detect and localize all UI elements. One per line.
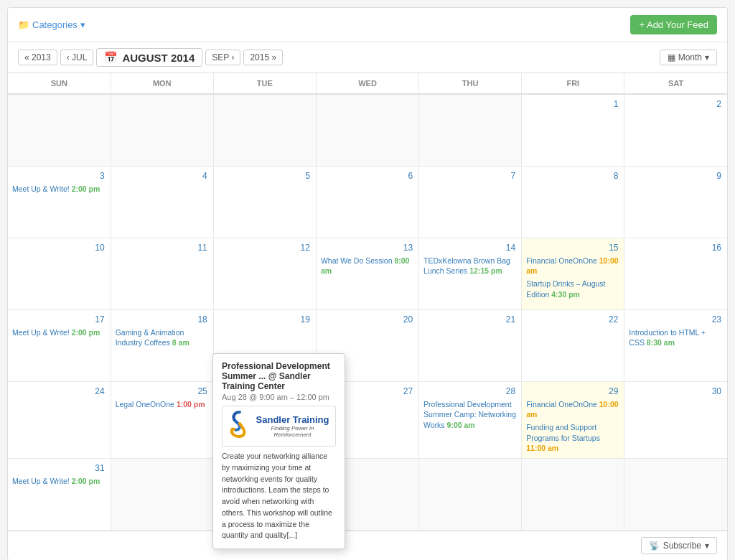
calendar-cell[interactable]: 16 <box>624 238 727 309</box>
event-title: Funding and Support Programs for Startup… <box>526 423 600 442</box>
subscribe-bar: 📡 Subscribe ▾ <box>8 531 727 560</box>
day-number: 24 <box>11 385 108 398</box>
day-header-sun: SUN <box>8 73 111 94</box>
categories-label: Categories <box>32 19 78 30</box>
day-header-wed: WED <box>316 73 418 94</box>
day-number: 15 <box>525 241 621 254</box>
categories-button[interactable]: 📁 Categories ▾ <box>18 19 85 30</box>
calendar-cell[interactable] <box>213 94 316 166</box>
calendar-cell[interactable]: 10 <box>8 238 111 309</box>
sandler-logo-icon <box>228 411 251 442</box>
calendar-event[interactable]: What We Do Session 8:00 am <box>319 255 416 277</box>
calendar-event[interactable]: Funding and Support Programs for Startup… <box>525 421 621 454</box>
day-number: 20 <box>319 313 416 326</box>
popup-date: Aug 28 @ 9:00 am – 12:00 pm <box>222 393 336 401</box>
calendar-cell[interactable]: 31Meet Up & Write! 2:00 pm <box>8 458 111 530</box>
calendar-cell[interactable]: 21 <box>419 309 522 381</box>
day-header-tue: TUE <box>213 73 316 94</box>
calendar-event[interactable]: Gaming & Animation Industry Coffees 8 am <box>114 327 210 349</box>
calendar-cell[interactable] <box>8 94 111 166</box>
event-title: Meet Up & Write! <box>12 185 72 193</box>
calendar-cell[interactable]: 18Gaming & Animation Industry Coffees 8 … <box>111 309 213 381</box>
day-number: 8 <box>525 169 621 182</box>
calendar-event[interactable]: Meet Up & Write! 2:00 pm <box>11 183 108 195</box>
month-view-button[interactable]: ▦ Month ▾ <box>660 50 717 65</box>
calendar-cell[interactable]: 28Professional Development Summer Camp: … <box>419 381 522 458</box>
calendar-cell[interactable]: 4 <box>111 166 213 238</box>
calendar-event[interactable]: Meet Up & Write! 2:00 pm <box>11 475 108 487</box>
calendar-cell[interactable]: 12 <box>213 238 316 309</box>
calendar-cell[interactable]: 25Legal OneOnOne 1:00 pm <box>111 381 213 458</box>
calendar-cell[interactable]: 11 <box>111 238 213 309</box>
day-number: 28 <box>422 385 518 398</box>
prev-year-button[interactable]: « 2013 <box>18 50 57 65</box>
calendar-cell[interactable] <box>419 458 522 530</box>
prev-month-button[interactable]: ‹ JUL <box>60 50 94 65</box>
view-label: Month <box>678 52 702 62</box>
calendar-cell[interactable] <box>419 94 522 166</box>
calendar-cell[interactable]: 7 <box>419 166 522 238</box>
calendar-cell[interactable]: 8 <box>522 166 624 238</box>
day-number: 10 <box>11 241 108 254</box>
subscribe-button[interactable]: 📡 Subscribe ▾ <box>641 537 717 554</box>
calendar-cell[interactable]: 1 <box>522 94 624 166</box>
day-number: 23 <box>627 313 724 326</box>
calendar-event[interactable]: Meet Up & Write! 2:00 pm <box>11 327 108 339</box>
current-month-display: 📅 AUGUST 2014 <box>96 48 202 67</box>
month-year-label: AUGUST 2014 <box>122 52 195 64</box>
calendar-cell[interactable] <box>522 458 624 530</box>
calendar-cell[interactable]: 29Financial OneOnOne 10:00 amFunding and… <box>522 381 624 458</box>
calendar-event[interactable]: Financial OneOnOne 10:00 am <box>525 255 621 277</box>
chevron-down-icon: ▾ <box>80 19 85 30</box>
calendar-event[interactable]: Professional Development Summer Camp: Ne… <box>422 398 518 431</box>
calendar-cell[interactable]: 2 <box>624 94 727 166</box>
calendar-cell[interactable]: 13What We Do Session 8:00 am <box>316 238 418 309</box>
popup-logo-name: Sandler Training <box>256 414 329 426</box>
day-number: 4 <box>114 169 210 182</box>
day-number: 5 <box>217 169 313 182</box>
next-month-button[interactable]: SEP › <box>205 50 240 65</box>
calendar-cell[interactable] <box>111 94 213 166</box>
calendar-cell[interactable]: 24 <box>8 381 111 458</box>
event-time: 2:00 pm <box>72 328 100 337</box>
day-number: 3 <box>11 169 108 182</box>
event-popup[interactable]: Professional Development Summer ... @ Sa… <box>212 353 345 549</box>
add-feed-button[interactable]: + Add Your Feed <box>630 15 717 34</box>
calendar-cell[interactable]: 3Meet Up & Write! 2:00 pm <box>8 166 111 238</box>
calendar-cell[interactable]: 6 <box>316 166 418 238</box>
calendar-cell[interactable] <box>316 94 418 166</box>
calendar-event[interactable]: Legal OneOnOne 1:00 pm <box>114 398 210 411</box>
calendar-cell[interactable]: 15Financial OneOnOne 10:00 amStartup Dri… <box>522 238 624 309</box>
calendar-nav: « 2013 ‹ JUL 📅 AUGUST 2014 SEP › 2015 » … <box>8 42 727 73</box>
grid-icon: ▦ <box>668 52 675 62</box>
event-title: Meet Up & Write! <box>12 477 72 485</box>
day-number: 17 <box>11 313 108 326</box>
day-number: 12 <box>217 241 313 254</box>
calendar-cell[interactable] <box>624 458 727 530</box>
day-number: 16 <box>627 241 724 254</box>
popup-logo: Sandler Training Finding Power In Reinfo… <box>222 406 336 447</box>
day-number: 30 <box>627 385 724 398</box>
calendar-cell[interactable]: 23Introduction to HTML + CSS 8:30 am <box>624 309 727 381</box>
calendar-cell[interactable]: 17Meet Up & Write! 2:00 pm <box>8 309 111 381</box>
calendar-event[interactable]: Startup Drinks – August Edition 4:30 pm <box>525 278 621 300</box>
calendar-app: 📁 Categories ▾ + Add Your Feed « 2013 ‹ … <box>7 7 728 560</box>
calendar-cell[interactable]: 30 <box>624 381 727 458</box>
calendar-cell[interactable]: 22 <box>522 309 624 381</box>
event-time: 4:30 pm <box>551 290 580 299</box>
day-header-fri: FRI <box>522 73 624 94</box>
next-year-button[interactable]: 2015 » <box>243 50 283 65</box>
calendar-event[interactable]: TEDxKelowna Brown Bag Lunch Series 12:15… <box>422 255 518 277</box>
calendar-event[interactable]: Introduction to HTML + CSS 8:30 am <box>627 327 724 349</box>
day-number: 31 <box>11 462 108 475</box>
day-number: 21 <box>422 313 518 326</box>
calendar-cell[interactable] <box>111 458 213 530</box>
calendar-cell[interactable]: 5 <box>213 166 316 238</box>
calendar-event[interactable]: Financial OneOnOne 10:00 am <box>525 398 621 421</box>
day-number: 22 <box>525 313 621 326</box>
calendar-cell[interactable]: 9 <box>624 166 727 238</box>
chevron-down-icon: ▾ <box>705 52 709 62</box>
day-number: 13 <box>319 241 416 254</box>
toolbar: 📁 Categories ▾ + Add Your Feed <box>8 8 727 42</box>
calendar-cell[interactable]: 14TEDxKelowna Brown Bag Lunch Series 12:… <box>419 238 522 309</box>
